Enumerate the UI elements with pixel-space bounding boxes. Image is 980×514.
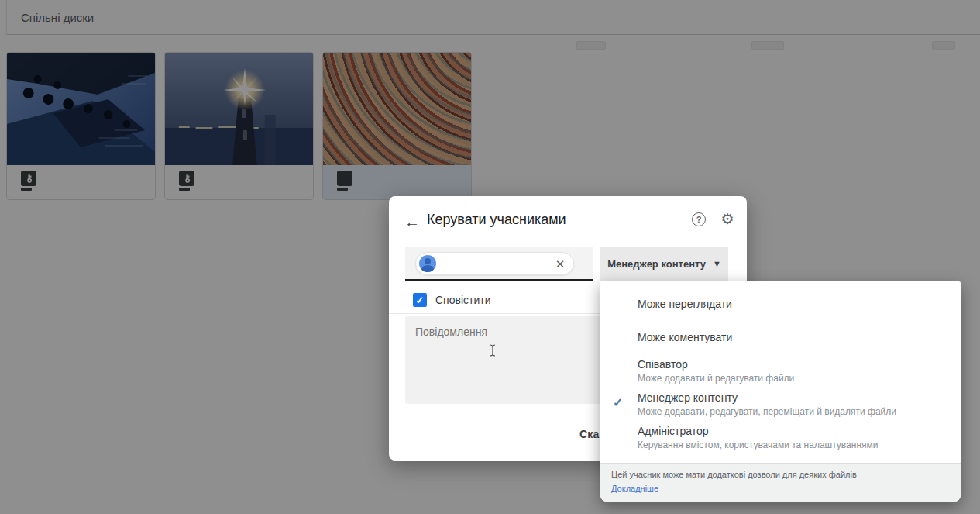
settings-button[interactable]: ⚙ [718,209,737,228]
role-option-manager[interactable]: Адміністратор Керування вмістом, користу… [600,421,961,454]
role-option-description: Може додавати й редагувати файли [638,372,948,385]
close-icon[interactable]: ✕ [553,257,567,271]
dialog-titlebar: ← Керувати учасниками ? ⚙ [389,210,747,233]
role-option-description: Може додавати, редагувати, переміщати й … [638,405,948,418]
check-icon: ✓ [416,295,425,306]
text-cursor [489,344,497,357]
role-option-label: Може коментувати [638,330,948,345]
role-selector-button[interactable]: Менеджер контенту ▼ [600,247,728,281]
notify-label: Сповістити [435,294,491,306]
role-menu-note: Цей учасник може мати додаткові дозволи … [611,469,950,481]
caret-down-icon: ▼ [713,259,721,268]
back-button[interactable]: ← [402,212,422,232]
role-menu-footer: Цей учасник може мати додаткові дозволи … [600,463,961,502]
role-option-commenter[interactable]: Може коментувати [600,321,961,354]
dialog-title: Керувати учасниками [427,212,566,228]
role-selector-label: Менеджер контенту [607,258,706,270]
role-option-label: Менеджер контенту [638,391,948,405]
gear-icon: ⚙ [720,210,734,228]
role-menu-items: Може переглядати Може коментувати Співав… [600,281,961,463]
member-input[interactable]: ✕ [405,247,593,281]
back-arrow-icon: ← [404,213,420,231]
member-chip[interactable]: ✕ [415,252,574,275]
role-option-viewer[interactable]: Може переглядати [600,288,961,321]
message-placeholder: Повідомлення [415,326,487,338]
help-button[interactable]: ? [692,212,706,226]
help-icon: ? [696,215,702,224]
role-option-label: Адміністратор [638,424,948,439]
role-option-contributor[interactable]: Співавтор Може додавати й редагувати фай… [600,354,961,388]
person-avatar-icon [419,255,436,272]
learn-more-link[interactable]: Докладніше [611,483,658,495]
role-option-label: Може переглядати [638,297,948,312]
check-icon: ✓ [613,395,623,410]
role-option-description: Керування вмістом, користувачами та нала… [638,439,948,451]
notify-checkbox-row[interactable]: ✓ Сповістити [413,292,491,308]
role-option-label: Співавтор [638,357,948,372]
role-option-content-manager[interactable]: ✓ Менеджер контенту Може додавати, редаг… [600,388,961,421]
role-menu: Може переглядати Може коментувати Співав… [600,281,961,502]
notify-checkbox[interactable]: ✓ [413,293,427,307]
